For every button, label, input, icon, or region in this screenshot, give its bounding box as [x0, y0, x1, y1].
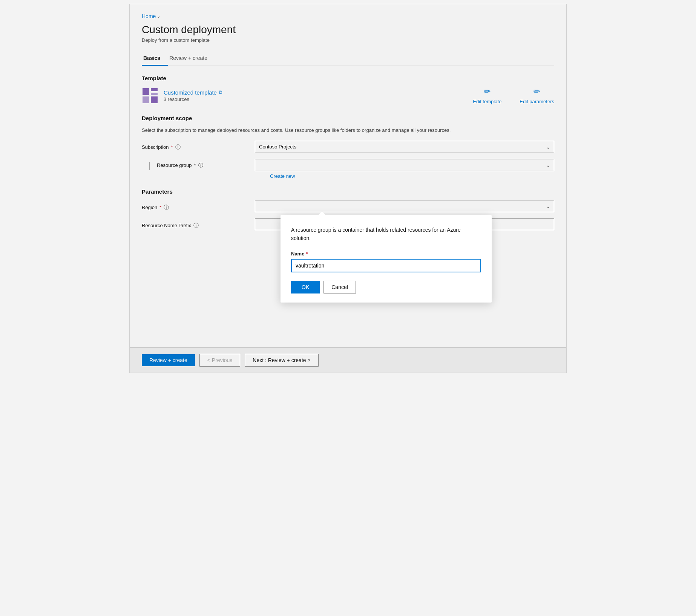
- create-resource-group-dialog: A resource group is a container that hol…: [281, 215, 492, 303]
- page-container: Home › Custom deployment Deploy from a c…: [129, 4, 567, 373]
- dialog-ok-button[interactable]: OK: [291, 281, 320, 293]
- dialog-name-required: *: [306, 251, 308, 257]
- dialog-actions: OK Cancel: [291, 281, 481, 293]
- dialog-name-input[interactable]: [291, 259, 481, 272]
- dialog-description: A resource group is a container that hol…: [291, 226, 481, 243]
- dialog-overlay: [130, 4, 566, 373]
- dialog-name-label: Name *: [291, 251, 481, 257]
- dialog-cancel-button[interactable]: Cancel: [323, 281, 356, 293]
